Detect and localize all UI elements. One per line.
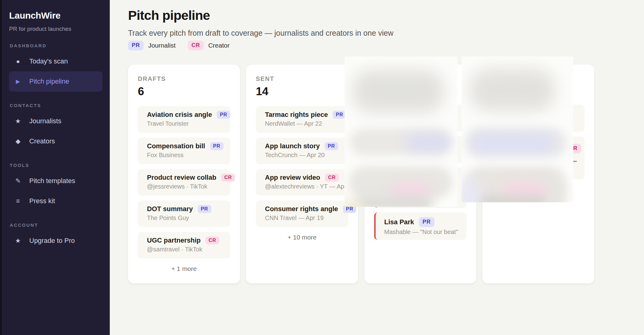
cr-badge: CR [188, 41, 204, 50]
circle-icon: ● [13, 58, 23, 65]
card-list: Tarmac rights piecePRNerdWallet — Apr 22… [256, 106, 348, 227]
column-count: 6 [138, 85, 230, 98]
legend: PRJournalistCRCreator [128, 41, 230, 50]
sidebar-item-label: Press kit [29, 197, 55, 205]
card-subtitle: TechCrunch — Apr 20 [265, 152, 339, 159]
pr-badge: PR [419, 217, 435, 227]
sidebar-item-label: Upgrade to Pro [29, 237, 75, 245]
legend-item: PRJournalist [128, 41, 176, 50]
card-subtitle: CNN Travel — Apr 19 [265, 214, 339, 222]
pitch-card[interactable]: App review videoCR@alextechreviews · YT … [256, 169, 348, 196]
card-subtitle: Mashable — "Not our beat" [384, 229, 458, 236]
cr-badge: CR [221, 174, 235, 182]
sidebar-item-journalists[interactable]: ★Journalists [9, 111, 102, 131]
pitch-card[interactable]: App launch storyPRTechCrunch — Apr 20 [256, 138, 348, 164]
column-label: DRAFTS [138, 75, 230, 82]
card-title: DOT summary [147, 205, 193, 213]
card-subtitle: Fox Business [147, 152, 221, 159]
column-label: SENT [256, 75, 348, 82]
lines-icon: ≡ [13, 197, 23, 205]
column-sent: SENT 14 Tarmac rights piecePRNerdWallet … [246, 65, 358, 283]
sidebar-item-press-kit[interactable]: ≡Press kit [9, 191, 102, 211]
card-subtitle: @jessreviews · TikTok [147, 183, 221, 190]
card-subtitle: NerdWallet — Apr 22 [265, 120, 339, 127]
legend-label: Journalist [148, 42, 176, 49]
nav-section-label: CONTACTS [10, 103, 102, 109]
sidebar-item-label: Pitch pipeline [29, 77, 69, 85]
pitch-card[interactable]: Aviation crisis anglePRTravel Tourister [138, 106, 230, 133]
nav-section: TOOLS✎Pitch templates≡Press kit [9, 162, 102, 211]
card-subtitle: Travel Tourister [147, 120, 221, 127]
pr-badge: PR [210, 142, 224, 150]
card-title: Aviation crisis angle [147, 111, 212, 119]
card-list: Aviation crisis anglePRTravel TouristerC… [138, 106, 230, 258]
card-title: Consumer rights angle [265, 205, 338, 213]
card-title: Tarmac rights piece [265, 111, 328, 119]
star-icon: ★ [13, 117, 23, 125]
play-icon: ▶ [13, 78, 23, 85]
pitch-card[interactable]: DOT summaryPRThe Points Guy [138, 200, 230, 227]
pr-badge: PR [217, 111, 230, 119]
sidebar-item-label: Journalists [29, 117, 61, 125]
sidebar-item-label: Today's scan [29, 57, 68, 65]
diamond-icon: ◆ [13, 138, 23, 145]
card-subtitle: @samtravel · TikTok [147, 246, 221, 253]
nav-section: DASHBOARD●Today's scan▶Pitch pipeline [9, 43, 102, 92]
brand-logo: LaunchWire [9, 10, 102, 21]
card-title: Lisa Park [384, 218, 414, 226]
lisa-park-card[interactable]: Lisa Park PR Mashable — "Not our beat" [374, 212, 467, 240]
legend-item: CRCreator [188, 41, 230, 50]
more-link[interactable]: + 1 more [138, 265, 230, 272]
page-title: Pitch pipeline [128, 8, 210, 23]
nav-section-label: DASHBOARD [10, 43, 102, 49]
star-icon: ★ [13, 237, 23, 244]
app-sidebar: LaunchWire PR for product launches DASHB… [0, 0, 110, 335]
more-link[interactable]: + 10 more [256, 234, 348, 241]
pr-badge: PR [128, 41, 144, 50]
sidebar-item-today-s-scan[interactable]: ●Today's scan [9, 51, 102, 71]
pr-badge: PR [198, 205, 211, 213]
page-subtitle: Track every pitch from draft to coverage… [128, 29, 393, 38]
card-subtitle: The Points Guy [147, 214, 221, 222]
card-title: App launch story [265, 142, 320, 150]
nav-section: ACCOUNT★Upgrade to Pro [9, 222, 102, 251]
privacy-blur-overlay [345, 56, 457, 207]
pr-badge: PR [325, 142, 338, 150]
sidebar-item-label: Creators [29, 137, 55, 145]
pitch-card[interactable]: UGC partnershipCR@samtravel · TikTok [138, 232, 230, 258]
column-drafts: DRAFTS 6 Aviation crisis anglePRTravel T… [128, 65, 240, 283]
nav-section-label: TOOLS [10, 162, 102, 168]
sidebar-item-upgrade-to-pro[interactable]: ★Upgrade to Pro [9, 231, 102, 251]
pencil-icon: ✎ [13, 177, 23, 185]
card-title: Compensation bill [147, 142, 205, 150]
card-title: App review video [265, 174, 320, 182]
card-subtitle: @alextechreviews · YT — Apr 21 [265, 183, 339, 190]
pr-badge: PR [333, 111, 346, 119]
nav-section: CONTACTS★Journalists◆Creators [9, 103, 102, 151]
pitch-card[interactable]: Compensation billPRFox Business [138, 138, 230, 164]
column-count: 14 [256, 85, 348, 98]
privacy-blur-overlay [462, 56, 573, 202]
cr-badge: CR [325, 174, 339, 182]
pitch-card[interactable]: Consumer rights anglePRCNN Travel — Apr … [256, 200, 348, 227]
card-title: UGC partnership [147, 236, 201, 244]
cr-badge: CR [206, 236, 219, 244]
sidebar-nav: DASHBOARD●Today's scan▶Pitch pipelineCON… [9, 43, 102, 251]
sidebar-item-label: Pitch templates [29, 177, 75, 185]
sidebar-item-pitch-pipeline[interactable]: ▶Pitch pipeline [9, 71, 102, 92]
nav-section-label: ACCOUNT [10, 222, 102, 228]
pitch-card[interactable]: Tarmac rights piecePRNerdWallet — Apr 22 [256, 106, 348, 133]
sidebar-item-pitch-templates[interactable]: ✎Pitch templates [9, 171, 102, 191]
legend-label: Creator [208, 42, 230, 49]
card-title: Product review collab [147, 174, 216, 182]
brand-tagline: PR for product launches [9, 26, 102, 32]
sidebar-item-creators[interactable]: ◆Creators [9, 131, 102, 151]
pitch-card[interactable]: Product review collabCR@jessreviews · Ti… [138, 169, 230, 196]
